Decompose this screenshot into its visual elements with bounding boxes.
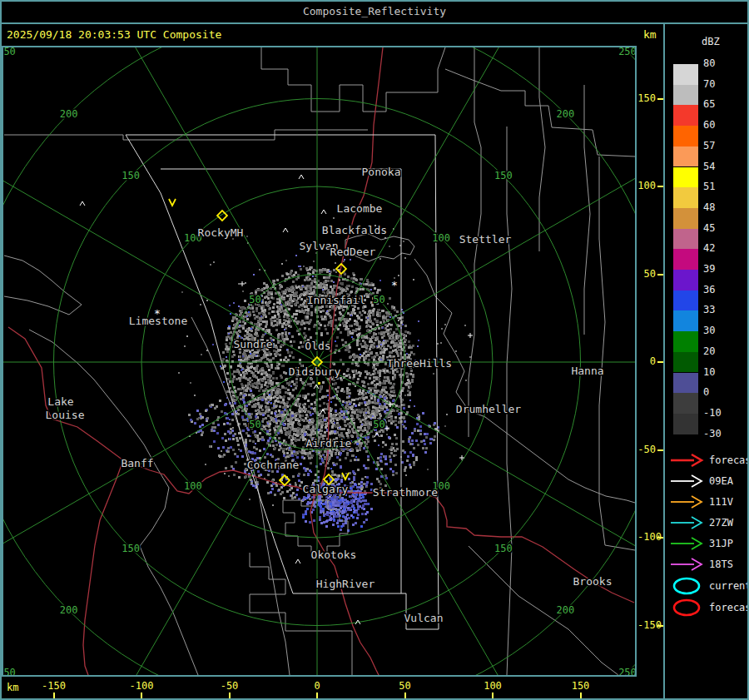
legend-track-row: 09EA — [668, 471, 733, 491]
city-label: Vulcan — [404, 612, 444, 624]
storm-ellipse-icon — [668, 598, 705, 618]
legend-track-row: 111V — [668, 492, 733, 512]
colorbar-swatch — [673, 85, 698, 106]
y-axis-tick-label: -100 — [637, 531, 656, 543]
y-axis-tick-label: -50 — [637, 444, 656, 455]
svg-text:50: 50 — [249, 419, 260, 430]
colorbar-swatch — [673, 331, 698, 352]
svg-text:200: 200 — [557, 108, 575, 120]
x-axis-tick-label: 0 — [296, 680, 338, 692]
x-axis-tick — [404, 693, 406, 698]
colorbar-tick-label: 70 — [703, 78, 737, 90]
legend-track-label: 09EA — [709, 475, 733, 487]
city-label: ThreeHills — [387, 357, 452, 370]
legend-track-row: forecast — [668, 450, 749, 470]
y-axis-tick-label: 150 — [637, 92, 656, 104]
track-arrow-icon — [668, 471, 705, 491]
city-label: Olds — [305, 340, 330, 352]
colorbar-tick-label: -30 — [703, 428, 737, 439]
track-arrow-icon — [668, 513, 705, 533]
colorbar-unit-label: dBZ — [702, 36, 720, 47]
svg-text:50: 50 — [373, 419, 384, 430]
colorbar-swatch — [673, 146, 698, 167]
x-axis-tick — [580, 693, 582, 698]
colorbar-swatch — [673, 229, 698, 250]
colorbar-swatch — [673, 64, 698, 85]
colorbar-tick-label: 57 — [703, 140, 737, 151]
svg-text:*: * — [391, 279, 398, 291]
city-label: Innisfail — [307, 294, 365, 306]
city-label: Stettler — [459, 233, 512, 246]
svg-text:250: 250 — [3, 47, 16, 57]
legend-ellipse-label: current — [709, 580, 749, 592]
x-axis-tick — [141, 693, 142, 698]
legend-track-label: 18TS — [709, 559, 733, 570]
legend-track-label: forecast — [709, 454, 749, 466]
colorbar-swatch — [673, 373, 698, 394]
colorbar-tick-label: 65 — [703, 98, 737, 110]
y-axis-tick — [657, 537, 663, 539]
y-axis-tick-label: 100 — [637, 180, 656, 191]
city-label: Blackfalds — [322, 224, 387, 236]
city-label: Didsbury — [289, 365, 341, 378]
city-label: Limestone — [129, 315, 188, 327]
city-label: Lacombe — [337, 202, 383, 215]
y-axis-tick-label: 50 — [637, 268, 656, 280]
window-title: Composite_Reflectivity — [0, 0, 749, 24]
city-label: Hanna — [571, 365, 603, 377]
x-axis-tick — [316, 693, 318, 698]
colorbar-swatch — [673, 270, 698, 290]
svg-text:250: 250 — [3, 667, 16, 675]
x-axis-tick-label: 50 — [384, 680, 426, 692]
colorbar-tick-label: 60 — [703, 119, 737, 131]
legend-ellipse-label: forecast — [709, 602, 749, 613]
city-label: RedDeer — [330, 246, 376, 258]
legend-track-label: 31JP — [709, 538, 733, 549]
city-label: Ponoka — [362, 166, 401, 178]
city-label: Lake — [47, 395, 73, 408]
colorbar-tick-label: 54 — [703, 161, 737, 172]
colorbar-tick-label: 45 — [703, 222, 737, 234]
svg-text:150: 150 — [494, 170, 513, 181]
track-arrow-icon — [668, 492, 705, 512]
colorbar-tick-label: 48 — [703, 201, 737, 213]
svg-text:150: 150 — [494, 543, 513, 554]
svg-text:150: 150 — [122, 543, 140, 554]
radar-map-frame: 5050505010010010010015015015015020020020… — [2, 46, 637, 677]
colorbar-swatch — [673, 352, 698, 373]
colorbar-tick-label: 39 — [703, 263, 737, 275]
city-label: Airdrie — [306, 437, 352, 449]
colorbar-swatch — [673, 310, 698, 331]
legend-ellipse-row: current — [668, 576, 749, 596]
colorbar-tick-label: 36 — [703, 284, 737, 295]
track-arrow-icon — [668, 554, 705, 574]
x-axis-tick — [53, 693, 55, 698]
panel-divider — [663, 24, 665, 700]
colorbar-tick-label: 10 — [703, 366, 737, 378]
side-panel: dBZ 807065605754514845423936333020100-10… — [665, 24, 747, 698]
svg-text:250: 250 — [618, 47, 635, 57]
legend-track-label: 27ZW — [709, 517, 733, 529]
svg-text:100: 100 — [184, 480, 202, 492]
y-axis-unit-label: km — [643, 28, 657, 41]
city-label: Cochrane — [247, 459, 300, 471]
colorbar-tick-label: 0 — [703, 386, 737, 398]
colorbar-swatch — [673, 393, 698, 414]
x-axis-tick — [229, 693, 231, 698]
legend-track-row: 31JP — [668, 534, 733, 554]
radar-map[interactable]: 5050505010010010010015015015015020020020… — [3, 47, 635, 675]
colorbar-tick-label: 42 — [703, 242, 737, 254]
y-axis-tick — [657, 274, 663, 276]
colorbar-swatch — [673, 414, 698, 434]
city-label: Banff — [121, 457, 153, 469]
colorbar-swatch — [673, 187, 698, 208]
info-bar: 2025/09/18 20:03:53 UTC Composite km — [0, 24, 664, 46]
x-axis-unit-label: km — [7, 682, 18, 693]
colorbar-tick-label: 51 — [703, 181, 737, 192]
legend-track-row: 27ZW — [668, 513, 733, 533]
svg-text:200: 200 — [60, 108, 78, 120]
colorbar-tick-label: 80 — [703, 57, 737, 69]
x-axis-tick-label: 100 — [472, 680, 513, 692]
colorbar-tick-label: -10 — [703, 407, 737, 419]
y-axis-tick — [657, 361, 663, 363]
